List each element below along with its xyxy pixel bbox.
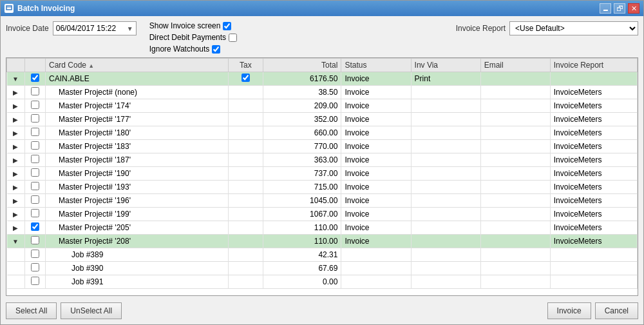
expand-icon[interactable]: ▶ (13, 184, 18, 191)
direct-debit-checkbox[interactable] (229, 34, 237, 42)
inv-via-cell (411, 167, 480, 181)
tax-cell[interactable] (228, 262, 263, 275)
expand-icon[interactable]: ▶ (13, 130, 18, 137)
row-checkbox[interactable] (31, 277, 39, 285)
cancel-button[interactable]: Cancel (595, 302, 638, 319)
tax-cell[interactable] (228, 208, 263, 221)
minimize-button[interactable]: 🗕 (600, 3, 611, 14)
row-checkbox[interactable] (31, 263, 39, 271)
expand-cell[interactable]: ▶ (7, 113, 25, 126)
check-cell[interactable] (24, 248, 45, 262)
invoice-date-input[interactable]: 06/04/2017 15:22 ▼ (53, 21, 137, 35)
expand-icon[interactable]: ▶ (13, 89, 18, 96)
row-checkbox[interactable] (31, 250, 39, 258)
row-checkbox[interactable] (31, 168, 39, 177)
check-cell[interactable] (24, 126, 45, 140)
expand-icon[interactable]: ▶ (13, 211, 18, 218)
expand-icon[interactable]: ▶ (13, 157, 18, 164)
row-checkbox[interactable] (31, 209, 39, 217)
invoice-report-select[interactable]: <Use Default> (509, 21, 638, 35)
expand-cell[interactable]: ▶ (7, 99, 25, 113)
expand-cell[interactable]: ▶ (7, 194, 25, 208)
row-checkbox[interactable] (31, 114, 39, 123)
tax-cell[interactable] (228, 126, 263, 140)
status-cell: Invoice (341, 208, 411, 221)
expand-icon[interactable]: ▼ (12, 75, 19, 83)
tax-cell[interactable] (228, 181, 263, 194)
tax-cell[interactable] (228, 248, 263, 262)
restore-button[interactable]: 🗗 (614, 3, 625, 14)
row-checkbox[interactable] (31, 222, 39, 231)
check-cell[interactable] (24, 235, 45, 248)
row-checkbox[interactable] (31, 128, 39, 136)
tax-cell[interactable] (228, 235, 263, 248)
expand-cell[interactable]: ▶ (7, 140, 25, 153)
expand-cell[interactable]: ▶ (7, 208, 25, 221)
expand-cell[interactable]: ▶ (7, 86, 25, 99)
tax-checkbox[interactable] (242, 74, 250, 82)
expand-cell[interactable]: ▶ (7, 181, 25, 194)
cardcode-sort-icon[interactable]: ▲ (88, 63, 94, 69)
expand-cell[interactable]: ▼ (7, 72, 25, 86)
expand-cell[interactable]: ▶ (7, 153, 25, 167)
expand-icon[interactable]: ▶ (13, 197, 18, 204)
expand-icon[interactable]: ▶ (13, 143, 18, 150)
tax-cell[interactable] (228, 99, 263, 113)
tax-cell[interactable] (228, 113, 263, 126)
tax-cell[interactable] (228, 72, 263, 86)
tax-cell[interactable] (228, 221, 263, 235)
tax-cell[interactable] (228, 194, 263, 208)
tax-cell[interactable] (228, 140, 263, 153)
expand-icon[interactable]: ▶ (13, 103, 18, 110)
tax-cell[interactable] (228, 275, 263, 289)
check-cell[interactable] (24, 208, 45, 221)
row-checkbox[interactable] (31, 182, 39, 190)
row-checkbox[interactable] (31, 101, 39, 109)
table-row: Job #3910.00 (7, 275, 638, 289)
check-cell[interactable] (24, 72, 45, 86)
email-cell (480, 275, 550, 289)
check-cell[interactable] (24, 167, 45, 181)
close-button[interactable]: ✕ (628, 3, 639, 14)
inv-via-cell (411, 208, 480, 221)
tax-cell[interactable] (228, 153, 263, 167)
check-cell[interactable] (24, 262, 45, 275)
row-checkbox[interactable] (31, 195, 39, 204)
check-cell[interactable] (24, 113, 45, 126)
select-all-button[interactable]: Select All (6, 302, 57, 319)
unselect-all-button[interactable]: UnSelect All (61, 302, 122, 319)
tax-cell[interactable] (228, 167, 263, 181)
show-invoice-checkbox[interactable] (223, 22, 231, 30)
check-cell[interactable] (24, 221, 45, 235)
check-cell[interactable] (24, 99, 45, 113)
tax-cell[interactable] (228, 86, 263, 99)
expand-icon[interactable]: ▼ (12, 238, 19, 245)
row-checkbox[interactable] (31, 87, 39, 95)
expand-cell[interactable]: ▶ (7, 221, 25, 235)
check-cell[interactable] (24, 153, 45, 167)
options-section: Show Invoice screen Direct Debit Payment… (149, 21, 237, 54)
invoice-button[interactable]: Invoice (547, 302, 591, 319)
inv-report-cell: InvoiceMeters (550, 99, 637, 113)
row-checkbox[interactable] (31, 236, 39, 244)
expand-icon[interactable]: ▶ (13, 116, 18, 123)
inv-report-cell: InvoiceMeters (550, 140, 637, 153)
check-cell[interactable] (24, 140, 45, 153)
check-cell[interactable] (24, 275, 45, 289)
card-code-cell: CAIN.ABLE (45, 72, 228, 86)
row-checkbox[interactable] (31, 141, 39, 150)
expand-icon[interactable]: ▶ (13, 224, 18, 231)
expand-icon[interactable]: ▶ (13, 170, 18, 177)
ignore-watchouts-checkbox[interactable] (212, 45, 220, 54)
row-checkbox[interactable] (31, 155, 39, 163)
check-cell[interactable] (24, 86, 45, 99)
check-cell[interactable] (24, 194, 45, 208)
email-cell (480, 235, 550, 248)
expand-cell[interactable]: ▶ (7, 126, 25, 140)
expand-cell[interactable]: ▼ (7, 235, 25, 248)
row-checkbox[interactable] (31, 74, 39, 82)
total-cell: 38.50 (263, 86, 341, 99)
expand-cell[interactable]: ▶ (7, 167, 25, 181)
date-dropdown-arrow[interactable]: ▼ (127, 25, 133, 32)
check-cell[interactable] (24, 181, 45, 194)
